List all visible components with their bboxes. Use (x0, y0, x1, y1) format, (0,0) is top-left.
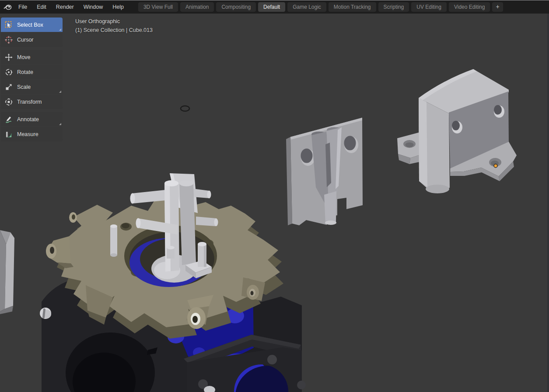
tool-scale[interactable]: Scale (1, 80, 63, 94)
tool-measure[interactable]: Measure (1, 127, 63, 141)
tool-cursor[interactable]: Cursor (1, 32, 63, 47)
add-workspace-button[interactable]: + (492, 2, 503, 12)
topbar: FileEditRenderWindowHelp 3D View FullAni… (0, 0, 549, 14)
tab-3d-view-full[interactable]: 3D View Full (138, 2, 178, 12)
tool-label: Transform (17, 99, 42, 105)
tool-label: Scale (17, 84, 31, 90)
breadcrumb: (1) Scene Collection | Cube.013 (75, 26, 153, 35)
subtool-corner-indicator (59, 123, 61, 125)
cursor-icon (5, 36, 13, 44)
viewport-3d-scene (0, 14, 549, 392)
viewport-3d[interactable]: User Orthographic (1) Scene Collection |… (0, 14, 549, 392)
tool-label: Measure (17, 131, 38, 137)
object-wire-ring[interactable] (181, 106, 189, 111)
transform-icon (5, 98, 13, 106)
menubar: FileEditRenderWindowHelp (14, 4, 129, 10)
menu-window[interactable]: Window (79, 4, 108, 10)
menu-file[interactable]: File (14, 4, 32, 10)
subtool-corner-indicator (59, 28, 61, 31)
tab-game-logic[interactable]: Game Logic (287, 2, 326, 12)
tab-video-editing[interactable]: Video Editing (449, 2, 490, 12)
move-icon (5, 53, 13, 61)
object-left-wedge[interactable] (0, 230, 14, 314)
tab-compositing[interactable]: Compositing (216, 2, 256, 12)
tool-label: Cursor (17, 37, 34, 43)
menu-render[interactable]: Render (51, 4, 79, 10)
blender-window: User Orthographic (1) Scene Collection |… (0, 0, 549, 392)
tool-move[interactable]: Move (1, 50, 63, 64)
tool-select-box[interactable]: Select Box (1, 18, 63, 32)
object-origin-marker[interactable] (494, 164, 497, 168)
tool-transform[interactable]: Transform (1, 94, 63, 109)
tab-scripting[interactable]: Scripting (378, 2, 409, 12)
tab-animation[interactable]: Animation (180, 2, 214, 12)
select-box-icon (5, 21, 13, 29)
menu-edit[interactable]: Edit (32, 4, 51, 10)
tool-annotate[interactable]: Annotate (1, 112, 63, 126)
menu-help[interactable]: Help (108, 4, 129, 10)
tool-label: Rotate (17, 69, 33, 75)
viewport-right-edge (547, 14, 549, 392)
tool-label: Move (17, 54, 31, 60)
tool-label: Select Box (17, 22, 43, 28)
scale-icon (5, 83, 13, 91)
blender-logo-icon[interactable] (3, 3, 13, 11)
annotate-icon (5, 116, 13, 123)
measure-icon (5, 130, 13, 138)
tab-uv-editing[interactable]: UV Editing (411, 2, 447, 12)
tab-motion-tracking[interactable]: Motion Tracking (329, 2, 376, 12)
workspace-tabs: 3D View FullAnimationCompositingDefaultG… (138, 2, 503, 12)
view-label: User Orthographic (75, 17, 153, 26)
tab-default[interactable]: Default (258, 2, 285, 12)
tool-label: Annotate (17, 116, 39, 122)
rotate-icon (5, 68, 13, 76)
viewport-overlay: User Orthographic (1) Scene Collection |… (75, 17, 153, 35)
tool-rotate[interactable]: Rotate (1, 65, 63, 79)
subtool-corner-indicator (59, 91, 61, 93)
tool-shelf: Select BoxCursorMoveRotateScaleTransform… (1, 18, 63, 142)
